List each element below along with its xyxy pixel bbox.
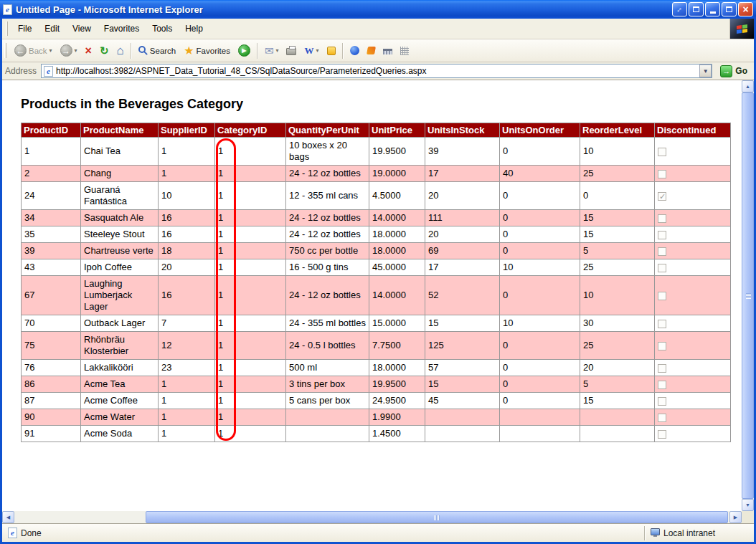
scroll-left-button[interactable]: ◀ — [2, 511, 14, 523]
table-cell — [500, 409, 580, 426]
scroll-up-button[interactable]: ▲ — [742, 80, 754, 92]
grid-button[interactable] — [397, 42, 412, 60]
table-cell: 43 — [22, 259, 81, 276]
discontinued-checkbox[interactable] — [658, 381, 666, 389]
table-cell: 5 — [580, 243, 655, 259]
table-cell: 500 ml — [286, 360, 369, 376]
window-button[interactable] — [689, 2, 704, 16]
table-cell: 19.9500 — [369, 138, 425, 166]
table-cell: 16 — [159, 276, 215, 315]
diagonal-resize-button[interactable]: ↕ — [672, 2, 687, 16]
internet-explorer-icon: e — [3, 4, 12, 15]
table-cell: Chang — [81, 166, 159, 182]
table-cell: 1 — [159, 166, 215, 182]
vertical-scrollbar[interactable]: ▲ ▼ — [742, 80, 754, 511]
discontinued-checkbox[interactable] — [658, 292, 666, 300]
toolbar-grip[interactable] — [6, 22, 8, 36]
table-cell: 1 — [215, 315, 286, 332]
maximize-button[interactable] — [722, 2, 737, 16]
messenger-button[interactable] — [323, 42, 339, 60]
table-row: 91Acme Soda111.4500 — [22, 426, 731, 442]
back-dropdown-icon: ▾ — [49, 47, 52, 54]
table-cell: 14.0000 — [369, 210, 425, 226]
discontinued-checkbox[interactable] — [658, 264, 666, 272]
discontinued-checkbox[interactable] — [658, 231, 666, 239]
vertical-scroll-thumb[interactable] — [742, 92, 754, 499]
edit-button[interactable]: W▾ — [301, 42, 322, 60]
column-header-categoryid: CategoryID — [215, 123, 286, 138]
table-cell: 5 — [580, 376, 655, 393]
table-cell: 24 - 12 oz bottles — [286, 210, 369, 226]
menu-edit[interactable]: Edit — [38, 19, 66, 39]
title-bar[interactable]: e Untitled Page - Microsoft Internet Exp… — [0, 0, 756, 19]
table-cell: Steeleye Stout — [81, 226, 159, 243]
search-button[interactable]: Search — [135, 42, 179, 60]
scroll-down-button[interactable]: ▼ — [742, 499, 754, 511]
discontinued-checkbox[interactable] — [658, 414, 666, 422]
toolbar-separator — [342, 43, 344, 59]
mail-button[interactable]: ✉▾ — [261, 42, 283, 60]
discontinued-checkbox[interactable] — [658, 170, 666, 178]
home-icon: ⌂ — [117, 44, 124, 57]
discontinued-checkbox[interactable] — [658, 192, 666, 201]
table-cell: 70 — [22, 315, 81, 332]
discontinued-checkbox[interactable] — [658, 320, 666, 328]
table-cell: 86 — [22, 376, 81, 393]
table-cell: 18.0000 — [369, 226, 425, 243]
horizontal-scroll-thumb[interactable] — [146, 511, 728, 523]
go-button[interactable]: → Go — [717, 65, 751, 77]
minimize-button[interactable] — [705, 2, 720, 16]
column-header-supplierid: SupplierID — [159, 123, 215, 138]
print-button[interactable] — [283, 42, 300, 60]
table-cell — [425, 409, 500, 426]
discontinued-checkbox[interactable] — [658, 247, 666, 256]
discontinued-checkbox[interactable] — [658, 364, 666, 373]
menu-favorites[interactable]: Favorites — [98, 19, 146, 39]
table-cell: 0 — [580, 182, 655, 210]
stop-button[interactable]: × — [82, 42, 95, 60]
links-button[interactable] — [364, 42, 379, 60]
links-icon — [367, 47, 376, 54]
discontinued-checkbox[interactable] — [658, 430, 666, 439]
forward-dropdown-icon: ▾ — [75, 47, 77, 54]
table-row: 70Outback Lager7124 - 355 ml bottles15.0… — [22, 315, 731, 332]
horizontal-scrollbar[interactable]: ◀ ▶ — [2, 511, 742, 523]
building-icon — [383, 49, 392, 54]
table-cell: 87 — [22, 393, 81, 409]
table-cell: 1 — [215, 166, 286, 182]
building-button[interactable] — [379, 42, 396, 60]
refresh-button[interactable]: ↻ — [96, 42, 113, 60]
window-title: Untitled Page - Microsoft Internet Explo… — [16, 4, 668, 15]
table-cell: 17 — [425, 259, 500, 276]
favorites-button[interactable]: ★ Favorites — [180, 42, 234, 60]
menu-view[interactable]: View — [66, 19, 98, 39]
table-cell: 67 — [22, 276, 81, 315]
table-row: 67Laughing Lumberjack Lager16124 - 12 oz… — [22, 276, 731, 315]
toolbar-grip[interactable] — [4, 43, 6, 59]
back-button[interactable]: ← Back ▾ — [11, 42, 56, 60]
page-content: Products in the Beverages Category Produ… — [2, 80, 742, 511]
discontinued-checkbox[interactable] — [658, 148, 666, 156]
table-row: 1Chai Tea1110 boxes x 20 bags19.95003901… — [22, 138, 731, 166]
discontinued-checkbox[interactable] — [658, 214, 666, 223]
table-row: 87Acme Coffee115 cans per box24.95004501… — [22, 393, 731, 409]
table-cell: 1 — [159, 393, 215, 409]
scroll-right-button[interactable]: ▶ — [729, 511, 742, 523]
discontinued-checkbox[interactable] — [658, 342, 666, 350]
address-input[interactable]: e http://localhost:3982/ASPNET_Data_Tuto… — [41, 64, 712, 78]
status-page-icon: e — [8, 528, 17, 538]
media-button[interactable]: ▶ — [235, 42, 254, 60]
home-button[interactable]: ⌂ — [113, 42, 128, 60]
forward-button[interactable]: → ▾ — [57, 42, 81, 60]
close-button[interactable]: × — [738, 2, 753, 16]
table-cell: 111 — [425, 210, 500, 226]
table-cell: 90 — [22, 409, 81, 426]
discontinued-checkbox[interactable] — [658, 397, 666, 406]
address-dropdown-button[interactable]: ▼ — [699, 65, 712, 77]
menu-help[interactable]: Help — [179, 19, 209, 39]
globe-button[interactable] — [346, 42, 363, 60]
menu-tools[interactable]: Tools — [146, 19, 179, 39]
table-cell — [286, 409, 369, 426]
menu-file[interactable]: File — [11, 19, 38, 39]
table-row: 86Acme Tea113 tins per box19.95001505 — [22, 376, 731, 393]
